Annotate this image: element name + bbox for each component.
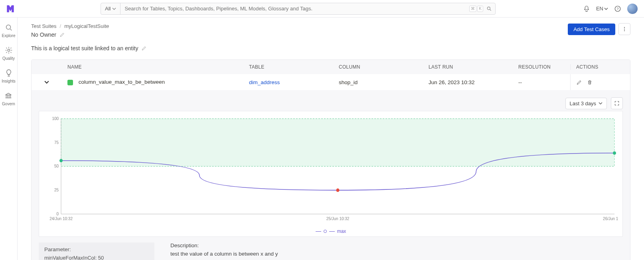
chevron-down-icon (604, 7, 608, 11)
edit-owner-icon[interactable] (59, 32, 65, 37)
help-icon[interactable]: ? (614, 5, 622, 13)
svg-point-4 (6, 25, 10, 30)
owner-label: No Owner (31, 32, 56, 38)
nav-govern[interactable]: Govern (2, 91, 15, 106)
explore-icon (4, 23, 13, 32)
fullscreen-button[interactable] (611, 97, 623, 109)
expand-row-toggle[interactable] (32, 80, 62, 85)
nav-quality[interactable]: Quality (2, 46, 15, 61)
svg-text:25: 25 (54, 188, 59, 192)
chevron-down-icon (599, 101, 603, 105)
language-select[interactable]: EN (596, 6, 608, 12)
more-actions-button[interactable] (618, 23, 630, 35)
svg-point-22 (336, 189, 339, 192)
add-test-cases-button[interactable]: Add Test Cases (568, 24, 615, 35)
chart-legend: max (43, 228, 618, 234)
svg-point-23 (613, 152, 616, 155)
search-icon[interactable] (486, 6, 495, 12)
svg-text:75: 75 (54, 140, 59, 144)
global-search: All ⌘ K (101, 3, 496, 15)
svg-text:?: ? (616, 7, 618, 11)
svg-text:100: 100 (52, 116, 59, 121)
svg-line-5 (10, 29, 12, 31)
row-expanded-panel: Last 3 days 025507510024/Jun 10:3225/Jun… (32, 90, 630, 260)
svg-line-1 (490, 9, 491, 10)
side-nav: Explore Quality Insights Govern (0, 18, 18, 260)
test-name: column_value_max_to_be_between (79, 79, 165, 85)
test-meta: Parameter: minValueForMaxInCol: 50maxVal… (39, 242, 623, 260)
last-run: Jun 26, 2023 10:32 (423, 79, 513, 85)
svg-point-0 (487, 7, 490, 10)
svg-point-9 (624, 30, 625, 31)
column-name: shop_id (333, 79, 423, 85)
chevron-down-icon (44, 80, 49, 85)
table-row: column_value_max_to_be_between dim_addre… (32, 74, 630, 90)
chart-container: 025507510024/Jun 10:3225/Jun 10:3226/Jun… (39, 111, 623, 237)
time-range-select[interactable]: Last 3 days (565, 98, 607, 109)
svg-point-21 (60, 159, 63, 162)
breadcrumb-current: myLogicalTestSuite (64, 23, 109, 29)
svg-point-8 (624, 29, 625, 30)
nav-insights[interactable]: Insights (2, 69, 15, 83)
chevron-down-icon (112, 7, 116, 11)
line-chart: 025507510024/Jun 10:3225/Jun 10:3226/Jun… (43, 115, 618, 227)
description-text: test the value of a column is between x … (170, 251, 278, 257)
svg-text:50: 50 (54, 164, 59, 168)
svg-rect-10 (61, 119, 614, 167)
search-input[interactable] (121, 6, 469, 12)
breadcrumb-root[interactable]: Test Suites (31, 23, 57, 29)
search-scope-label: All (105, 6, 111, 12)
test-cases-table: NAME TABLE COLUMN LAST RUN RESOLUTION AC… (31, 59, 630, 260)
parameter-heading: Parameter: (44, 246, 149, 252)
delete-icon[interactable] (587, 79, 593, 85)
svg-text:0: 0 (56, 212, 59, 216)
search-scope-select[interactable]: All (101, 3, 121, 14)
resolution: -- (513, 79, 570, 85)
topbar-right: EN ? (583, 4, 638, 14)
svg-text:25/Jun 10:32: 25/Jun 10:32 (326, 216, 350, 221)
user-avatar[interactable] (627, 4, 638, 14)
search-shortcut: ⌘ K (469, 6, 486, 12)
insights-icon (4, 69, 13, 77)
svg-text:26/Jun 10:32: 26/Jun 10:32 (603, 216, 618, 221)
expand-icon (614, 100, 620, 106)
govern-icon (4, 91, 13, 100)
svg-text:24/Jun 10:32: 24/Jun 10:32 (49, 216, 73, 221)
quality-icon (4, 46, 13, 55)
main-content: Test Suites / myLogicalTestSuite No Owne… (18, 18, 644, 260)
svg-point-7 (624, 27, 625, 28)
topbar: All ⌘ K EN ? (0, 0, 644, 18)
suite-description: This is a logical test suite linked to a… (31, 45, 138, 51)
notifications-icon[interactable] (583, 5, 591, 13)
parameter-row: minValueForMaxInCol: 50 (44, 255, 149, 260)
edit-description-icon[interactable] (141, 45, 147, 51)
app-logo[interactable] (5, 3, 16, 14)
breadcrumb: Test Suites / myLogicalTestSuite (31, 23, 147, 29)
svg-point-6 (8, 49, 10, 51)
description-heading: Description: (170, 242, 278, 248)
table-link[interactable]: dim_address (249, 79, 280, 85)
edit-icon[interactable] (576, 79, 582, 85)
nav-explore[interactable]: Explore (2, 23, 16, 38)
table-header: NAME TABLE COLUMN LAST RUN RESOLUTION AC… (32, 60, 630, 74)
kebab-icon (622, 26, 627, 32)
status-badge (67, 80, 73, 85)
